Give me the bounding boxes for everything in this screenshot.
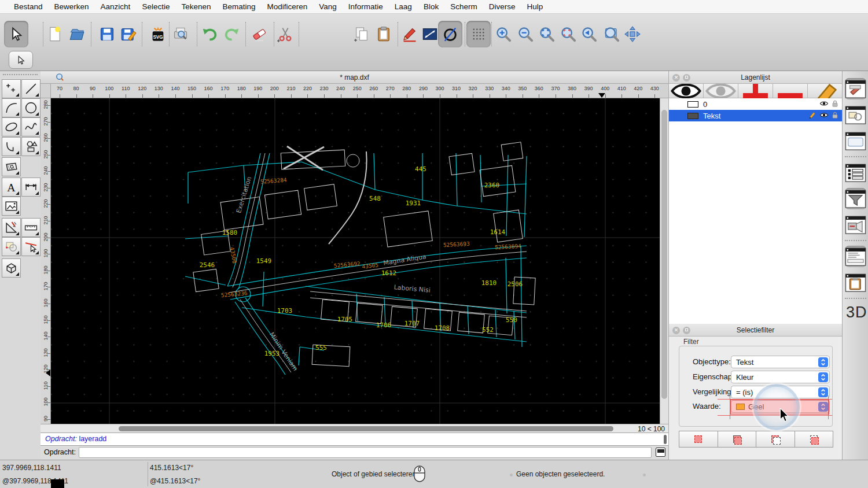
menu-laag[interactable]: Laag <box>389 0 418 13</box>
redo-button[interactable] <box>219 21 244 47</box>
menu-informatie[interactable]: Informatie <box>343 0 389 13</box>
tool-boolean[interactable] <box>2 237 21 256</box>
filter-select-subtract-button[interactable] <box>756 431 795 448</box>
menu-selectie[interactable]: Selectie <box>136 0 175 13</box>
panel-toggle-win-draw[interactable] <box>845 78 866 99</box>
undo-button[interactable] <box>198 21 222 47</box>
select-mode-button[interactable] <box>9 51 33 69</box>
dropdown-stepper-icon[interactable] <box>818 372 828 382</box>
tool-trim[interactable] <box>21 237 41 256</box>
tool-dimension[interactable] <box>21 178 41 197</box>
close-icon[interactable]: ✕ <box>672 74 680 82</box>
svg-export-button[interactable]: SVG <box>146 21 170 47</box>
zoom-fit-button[interactable] <box>535 21 559 47</box>
menu-aanzicht[interactable]: Aanzicht <box>95 0 137 13</box>
close-icon[interactable]: ✕ <box>672 327 680 334</box>
tool-ellipse[interactable] <box>2 117 21 136</box>
cut-button[interactable] <box>273 21 297 47</box>
tool-spline[interactable] <box>21 117 41 136</box>
dropdown-stepper-icon[interactable] <box>818 357 828 367</box>
filter-select-add-button[interactable] <box>718 431 756 448</box>
eye-icon[interactable] <box>819 112 829 120</box>
layers-eye-gray-button[interactable] <box>704 84 738 98</box>
menu-tekenen[interactable]: Tekenen <box>175 0 216 13</box>
zoom-out-button[interactable] <box>513 21 538 47</box>
filter-panel-titlebar[interactable]: ✕ Selectiefilter <box>669 324 842 337</box>
layers-panel-titlebar[interactable]: ✕ Lagenlijst <box>669 71 842 84</box>
save-as-button[interactable] <box>116 21 141 47</box>
panel-toggle-win-command[interactable] <box>845 246 866 267</box>
menu-bestand[interactable]: Bestand <box>8 0 49 13</box>
lock-icon[interactable] <box>832 99 838 109</box>
filter-select-intersect-button[interactable] <box>795 431 834 448</box>
grid-toggle-button[interactable] <box>466 21 491 47</box>
layers-plus-button[interactable] <box>738 84 773 98</box>
panel-toggle-win-list[interactable] <box>845 162 866 183</box>
tool-ruler[interactable] <box>21 218 41 237</box>
collapse-icon[interactable] <box>683 74 690 82</box>
tool-text[interactable]: A <box>2 178 21 197</box>
layers-pencil-button[interactable] <box>808 84 842 98</box>
filter-select-new-button[interactable] <box>679 431 718 448</box>
zoom-previous-button[interactable] <box>577 21 601 47</box>
tool-circle[interactable] <box>21 98 41 117</box>
drawing-window-titlebar[interactable]: * map.dxf <box>41 71 668 84</box>
dropdown-stepper-icon[interactable] <box>818 387 828 397</box>
palette-drag-handle[interactable] <box>3 74 38 75</box>
menu-diverse[interactable]: Diverse <box>483 0 521 13</box>
open-folder-button[interactable] <box>65 21 89 47</box>
dropdown-stepper-icon[interactable] <box>818 402 828 412</box>
menu-hulp[interactable]: Hulp <box>521 0 549 13</box>
tool-image[interactable] <box>2 197 21 216</box>
eye-icon[interactable] <box>819 100 829 109</box>
zoom-in-button[interactable] <box>491 21 516 47</box>
collapse-icon[interactable] <box>683 327 690 334</box>
tool-arc[interactable] <box>2 98 21 117</box>
layer-color-swatch[interactable] <box>687 101 698 108</box>
layers-minus-button[interactable] <box>773 84 808 98</box>
paste-button[interactable] <box>372 21 396 47</box>
menu-bewerken[interactable]: Bewerken <box>49 0 95 13</box>
layer-color-swatch[interactable] <box>687 113 698 119</box>
tool-drafting[interactable] <box>2 218 21 237</box>
panel-toggle-win-blank[interactable] <box>845 130 866 151</box>
layer-row-0[interactable]: 0 <box>669 98 842 110</box>
command-input[interactable] <box>79 447 652 458</box>
menu-bemating[interactable]: Bemating <box>216 0 261 13</box>
tool-polyline[interactable] <box>2 137 21 156</box>
menu-vang[interactable]: Vang <box>313 0 343 13</box>
history-scrollbar[interactable] <box>664 435 667 444</box>
save-button[interactable] <box>95 21 119 47</box>
tool-shapes[interactable] <box>21 137 41 156</box>
vertical-scrollbar[interactable] <box>660 98 668 424</box>
tool-box3d[interactable] <box>2 258 21 278</box>
print-preview-button[interactable] <box>168 21 193 47</box>
tool-line[interactable] <box>21 79 41 98</box>
layer-row-tekst[interactable]: Tekst <box>669 110 842 121</box>
tool-hatch[interactable] <box>2 157 21 176</box>
pan-button[interactable] <box>620 21 645 47</box>
panel-toggle-win-projector[interactable] <box>845 214 866 235</box>
filter-dropdown-objecttype[interactable]: Tekst <box>731 356 830 368</box>
tool-points[interactable] <box>2 79 21 98</box>
drawing-canvas[interactable]: 4452360548193115801614254615491612181025… <box>51 98 660 424</box>
panel-toggle-win-shapes[interactable] <box>845 104 866 125</box>
cursor-button[interactable] <box>4 21 28 47</box>
panel-toggle-3d[interactable]: 3D <box>846 304 867 321</box>
menu-scherm[interactable]: Scherm <box>444 0 483 13</box>
pencil-icon[interactable] <box>808 111 816 121</box>
panel-toggle-win-filter[interactable] <box>845 188 866 209</box>
keyboard-icon[interactable] <box>656 448 665 457</box>
panel-toggle-win-clipboard[interactable] <box>845 272 866 293</box>
filter-dropdown-eigenschap[interactable]: Kleur <box>731 371 830 383</box>
menu-modificeren[interactable]: Modificeren <box>262 0 314 13</box>
copy-button[interactable] <box>350 21 374 47</box>
menu-blok[interactable]: Blok <box>418 0 444 13</box>
new-doc-button[interactable] <box>43 21 67 47</box>
layers-eye-button[interactable] <box>669 84 704 98</box>
eraser-button[interactable] <box>247 21 271 47</box>
diameter-button[interactable] <box>438 21 462 47</box>
hscroll-thumb[interactable] <box>119 426 613 431</box>
lock-icon[interactable] <box>832 111 838 121</box>
horizontal-scrollbar[interactable]: 10 < 100 <box>41 424 668 432</box>
